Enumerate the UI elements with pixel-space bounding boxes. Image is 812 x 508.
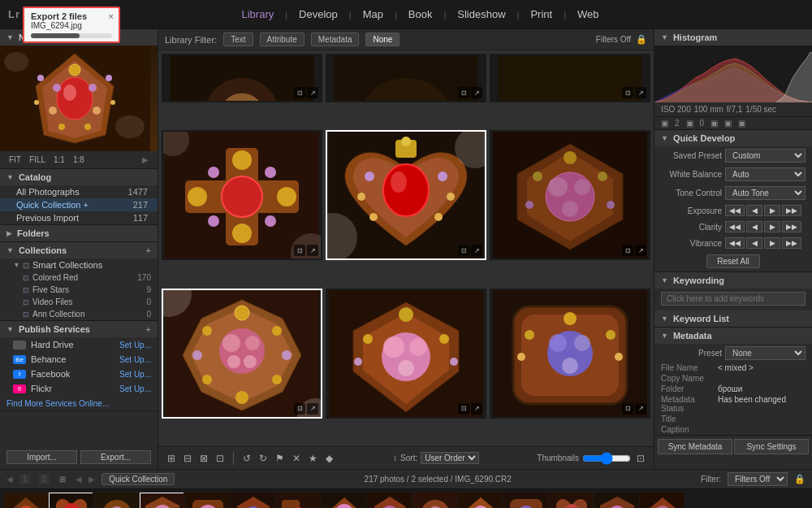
filmstrip-thumb-3[interactable]	[94, 493, 138, 509]
reject-btn[interactable]: ✕	[290, 453, 303, 464]
filmstrip-thumb-14[interactable]	[594, 493, 638, 509]
sync-settings-btn[interactable]: Sync Settings	[734, 439, 809, 454]
clarity-up-2[interactable]: ▶▶	[782, 221, 801, 232]
photo-cell-top-3[interactable]: ⊡ ↗	[490, 54, 650, 102]
filmstrip-thumb-6[interactable]	[231, 493, 274, 509]
vibrance-down-1[interactable]: ◀	[746, 237, 762, 249]
status-filter-select[interactable]: Filters Off	[728, 472, 788, 486]
filmstrip-thumb-5[interactable]	[185, 493, 229, 509]
filmstrip-arrow-right[interactable]: ▶	[89, 475, 95, 484]
publish-services-header[interactable]: ▼ Publish Services +	[0, 321, 158, 337]
collection-five-stars[interactable]: ⊡ Five Stars 9	[0, 284, 158, 296]
clarity-up-1[interactable]: ▶	[764, 221, 780, 232]
white-balance-select[interactable]: Auto	[725, 167, 806, 181]
status-lock-icon[interactable]: 🔒	[794, 474, 806, 484]
collection-video-files[interactable]: ⊡ Video Files 0	[0, 296, 158, 308]
vibrance-up-2[interactable]: ▶▶	[782, 237, 801, 249]
export-button[interactable]: Export...	[80, 450, 151, 464]
collection-colored-red[interactable]: ⊡ Colored Red 170	[0, 271, 158, 284]
filmstrip-thumb-2[interactable]	[49, 493, 93, 509]
filmstrip-arrow-left[interactable]: ◀	[76, 475, 82, 484]
tone-control-select[interactable]: Auto Tone	[725, 186, 806, 200]
histogram-header[interactable]: ▼ Histogram	[654, 29, 812, 46]
quick-develop-header[interactable]: ▼ Quick Develop	[654, 130, 812, 146]
photo-cell-r1-2[interactable]: ⊡ ↗	[326, 130, 486, 260]
catalog-previous-import[interactable]: Previous Import 117	[0, 211, 158, 224]
publish-flickr-setup[interactable]: Set Up...	[119, 384, 151, 393]
export-close-button[interactable]: ×	[109, 11, 114, 21]
compare-view-btn[interactable]: ⊠	[197, 453, 210, 464]
collections-header[interactable]: ▼ Collections +	[0, 242, 158, 258]
exposure-down-1[interactable]: ◀	[746, 205, 762, 216]
collection-ann[interactable]: ⊡ Ann Collection 0	[0, 308, 158, 320]
publish-find-more[interactable]: Find More Services Online...	[0, 396, 158, 410]
nav-library[interactable]: Library	[230, 0, 285, 29]
filmstrip-thumb-15[interactable]	[640, 493, 684, 509]
nav-web[interactable]: Web	[566, 0, 611, 29]
vibrance-down-2[interactable]: ◀◀	[725, 237, 745, 249]
color-label-btn[interactable]: ◆	[323, 453, 335, 464]
filmstrip-thumb-7[interactable]	[276, 493, 320, 509]
publish-services-add-button[interactable]: +	[146, 324, 151, 334]
clarity-down-1[interactable]: ◀	[746, 221, 762, 232]
nav-fit-btn[interactable]: FIT	[6, 154, 24, 165]
photo-cell-r1-3[interactable]: ⊡ ↗	[490, 130, 650, 260]
filter-none-btn[interactable]: None	[365, 33, 400, 46]
filmstrip-thumb-12[interactable]	[503, 493, 547, 509]
filmstrip-page-2[interactable]: 2	[39, 474, 50, 484]
nav-map[interactable]: Map	[352, 0, 395, 29]
clarity-down-2[interactable]: ◀◀	[725, 221, 745, 232]
filmstrip-thumb-13[interactable]	[549, 493, 593, 509]
filter-text-btn[interactable]: Text	[223, 33, 253, 46]
filmstrip-thumb-4[interactable]	[140, 493, 184, 509]
publish-hard-drive[interactable]: Hard Drive Set Up...	[0, 337, 158, 352]
saved-preset-select[interactable]: Custom	[725, 149, 806, 163]
metadata-preset-select[interactable]: None	[725, 346, 806, 360]
publish-facebook[interactable]: f Facebook Set Up...	[0, 367, 158, 381]
metadata-header[interactable]: ▼ Metadata	[654, 328, 812, 344]
nav-1to8-btn[interactable]: 1:8	[71, 154, 87, 165]
photo-cell-r2-1[interactable]: ⊡ ↗	[162, 289, 322, 419]
nav-slideshow[interactable]: Slideshow	[446, 0, 516, 29]
publish-harddrive-setup[interactable]: Set Up...	[119, 341, 151, 350]
filmstrip-page-1[interactable]: 1	[19, 474, 31, 484]
exposure-up-1[interactable]: ▶	[764, 205, 780, 216]
folders-header[interactable]: ▶ Folders	[0, 225, 158, 241]
photo-cell-r2-2[interactable]: ⊡ ↗	[326, 289, 486, 419]
filmstrip-toggle-left[interactable]: ◀	[6, 475, 13, 484]
filmstrip-thumb-8[interactable]	[322, 493, 365, 509]
loupe-view-btn[interactable]: ⊟	[181, 453, 194, 464]
photo-cell-top-1[interactable]: ⊡ ↗	[162, 54, 322, 102]
sort-select[interactable]: User Order	[421, 452, 479, 464]
publish-flickr[interactable]: fl Flickr Set Up...	[0, 381, 158, 396]
quick-collection-status-btn[interactable]: Quick Collection	[102, 473, 175, 485]
star-btn[interactable]: ★	[306, 453, 320, 464]
catalog-all-photos[interactable]: All Photographs 1477	[0, 185, 158, 198]
grid-view-btn[interactable]: ⊞	[165, 453, 178, 464]
photo-cell-r1-1[interactable]: ⊡ ↗	[162, 130, 322, 260]
rotate-left-btn[interactable]: ↺	[240, 453, 253, 464]
exposure-up-2[interactable]: ▶▶	[782, 205, 801, 216]
keyword-input[interactable]	[661, 292, 806, 306]
publish-behance-setup[interactable]: Set Up...	[119, 355, 151, 364]
filter-metadata-btn[interactable]: Metadata	[311, 33, 360, 46]
vibrance-up-1[interactable]: ▶	[764, 237, 780, 249]
filter-lock-icon[interactable]: 🔒	[636, 34, 647, 45]
import-button[interactable]: Import...	[6, 450, 77, 464]
smart-collections-group[interactable]: ▼ ⊡ Smart Collections	[0, 258, 158, 271]
collections-add-button[interactable]: +	[146, 245, 151, 255]
nav-print[interactable]: Print	[519, 0, 564, 29]
thumbnail-size-slider[interactable]	[582, 452, 631, 465]
nav-develop[interactable]: Develop	[287, 0, 349, 29]
photo-cell-top-2[interactable]: ⊡ ↗	[326, 54, 486, 102]
flag-btn[interactable]: ⚑	[273, 453, 287, 464]
publish-facebook-setup[interactable]: Set Up...	[119, 370, 151, 379]
publish-behance[interactable]: Be Behance Set Up...	[0, 352, 158, 367]
catalog-header[interactable]: ▼ Catalog	[0, 169, 158, 185]
filmstrip-thumb-10[interactable]	[412, 493, 456, 509]
filmstrip-thumb-11[interactable]	[458, 493, 502, 509]
filmstrip-thumb-9[interactable]	[367, 493, 411, 509]
nav-fill-btn[interactable]: FILL	[27, 154, 48, 165]
keyword-list-header[interactable]: ▼ Keyword List	[654, 310, 812, 327]
keywording-header[interactable]: ▼ Keywording	[654, 272, 812, 289]
